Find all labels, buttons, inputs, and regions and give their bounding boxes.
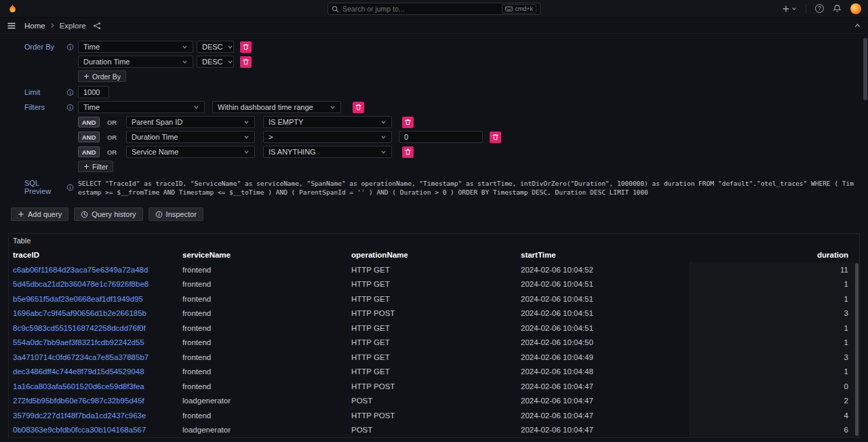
trace-id-link[interactable]: 272fd5b95bfdb60e76c987c32b95d45f <box>13 397 182 405</box>
trace-id-link[interactable]: 35799dc227d1f48f7bda1cd2437c963e <box>13 411 182 420</box>
order-by-label: Order By <box>24 43 78 51</box>
condition-field-select[interactable]: Parent Span ID <box>126 116 255 128</box>
trace-id-link[interactable]: 3a4710714c0fd67234ca7e85a37885b7 <box>13 353 182 361</box>
condition-operator-select[interactable]: IS ANYTHING <box>263 146 392 158</box>
grafana-logo-icon[interactable] <box>7 3 18 14</box>
new-menu-button[interactable] <box>782 5 797 13</box>
global-search[interactable]: cmd+k <box>328 3 540 15</box>
help-icon[interactable]: ? <box>815 4 824 13</box>
limit-input[interactable] <box>78 86 109 98</box>
start-time-cell: 2024-02-06 10:04:50 <box>521 338 690 346</box>
and-toggle-button[interactable]: AND <box>78 117 100 127</box>
and-toggle-button[interactable]: AND <box>78 146 100 157</box>
table-scrollbar[interactable] <box>855 263 859 436</box>
condition-value-input[interactable] <box>399 131 483 143</box>
filters-label-text: Filters <box>24 103 45 111</box>
info-circle-icon <box>155 211 163 218</box>
start-time-cell: 2024-02-06 10:04:47 <box>521 397 690 405</box>
filter-time-range-select[interactable]: Within dashboard time range <box>212 101 341 113</box>
order-by-row: Duration Time DESC <box>78 56 868 68</box>
share-icon[interactable] <box>93 22 101 30</box>
query-history-button[interactable]: Query history <box>74 207 142 221</box>
info-circle-icon[interactable] <box>66 184 74 191</box>
trace-id-link[interactable]: 5d45dbca21d2b360478e1c76926f8be8 <box>13 280 182 288</box>
order-by-direction-value: DESC <box>202 58 223 66</box>
hamburger-menu-icon[interactable] <box>7 21 16 31</box>
search-input[interactable] <box>342 5 502 13</box>
trace-id-link[interactable]: c6ab06f11684d23aca75e6349a72a48d <box>13 266 182 274</box>
condition-operator-select[interactable]: > <box>263 131 392 143</box>
operation-name-cell: HTTP GET <box>351 266 521 274</box>
condition-field-select[interactable]: Service Name <box>126 146 255 158</box>
info-circle-icon[interactable] <box>66 89 74 96</box>
table-row: c6ab06f11684d23aca75e6349a72a48d fronten… <box>9 262 859 277</box>
chevron-up-icon[interactable] <box>854 22 861 29</box>
or-toggle-label[interactable]: OR <box>105 148 119 156</box>
remove-order-by-button[interactable] <box>240 41 252 53</box>
info-circle-icon[interactable] <box>66 104 74 111</box>
sql-preview-row: SQL Preview SELECT "TraceId" as traceID,… <box>24 178 868 197</box>
plus-icon <box>782 5 790 13</box>
inspector-button[interactable]: Inspector <box>149 207 203 221</box>
remove-condition-button[interactable] <box>402 117 414 128</box>
table-scrollbar-thumb[interactable] <box>855 263 859 436</box>
remove-filter-button[interactable] <box>353 102 364 113</box>
page-scrollbar[interactable] <box>863 35 867 441</box>
trace-id-link[interactable]: 1a16ca803afa5601520d6ce59d8f3fea <box>13 382 182 390</box>
chevron-down-icon <box>239 134 250 140</box>
operation-name-cell: HTTP GET <box>351 295 521 303</box>
user-avatar[interactable] <box>850 3 861 14</box>
chevron-down-icon <box>376 149 387 155</box>
add-filter-button[interactable]: Filter <box>78 161 113 172</box>
top-nav: cmd+k ? <box>0 0 868 18</box>
column-header-operationname[interactable]: operationName <box>351 251 521 259</box>
order-by-direction-select[interactable]: DESC <box>197 56 234 68</box>
and-toggle-button[interactable]: AND <box>78 132 100 142</box>
condition-field-select[interactable]: Duration Time <box>126 131 255 143</box>
trace-id-link[interactable]: 1696abc7c9f45af90656d1b2e266185b <box>13 309 182 317</box>
operation-name-cell: POST <box>351 426 521 434</box>
table-row: 8c9c5983cd5515168742258dcdd76f0f fronten… <box>9 321 859 336</box>
table-body: c6ab06f11684d23aca75e6349a72a48d fronten… <box>9 262 859 437</box>
news-bell-icon[interactable] <box>833 4 842 13</box>
operation-name-cell: HTTP GET <box>351 353 521 361</box>
remove-order-by-button[interactable] <box>240 56 252 68</box>
chevron-down-icon <box>376 119 387 125</box>
column-header-servicename[interactable]: serviceName <box>182 251 351 259</box>
filter-time-field-select[interactable]: Time <box>78 101 205 113</box>
chevron-down-icon <box>239 149 250 155</box>
sql-preview-label: SQL Preview <box>24 178 78 195</box>
duration-cell: 1 <box>690 336 859 350</box>
add-query-button[interactable]: Add query <box>11 207 68 221</box>
trace-id-link[interactable]: b5e9651f5daf23e0668eaf1df1949d95 <box>13 295 182 303</box>
or-toggle-label[interactable]: OR <box>105 119 119 126</box>
remove-condition-button[interactable] <box>490 132 501 143</box>
or-toggle-label[interactable]: OR <box>105 134 119 141</box>
column-header-starttime[interactable]: startTime <box>521 251 690 259</box>
sql-preview-text[interactable]: SELECT "TraceId" as traceID, "ServiceNam… <box>78 178 857 197</box>
limit-row: Limit <box>24 86 868 98</box>
condition-operator-select[interactable]: IS EMPTY <box>263 116 392 128</box>
duration-cell: 3 <box>690 350 859 365</box>
table-row: b5e9651f5daf23e0668eaf1df1949d95 fronten… <box>9 292 859 306</box>
query-actions: Add query Query history Inspector <box>11 207 868 221</box>
info-circle-icon[interactable] <box>66 43 74 51</box>
page-scrollbar-thumb[interactable] <box>863 38 867 100</box>
breadcrumb-home[interactable]: Home <box>24 22 45 30</box>
trace-id-link[interactable]: 8c9c5983cd5515168742258dcdd76f0f <box>13 324 182 332</box>
remove-condition-button[interactable] <box>402 146 414 158</box>
trace-id-link[interactable]: 0b08363e9cbfdb0fcca30b104168a567 <box>13 426 182 434</box>
operation-name-cell: HTTP GET <box>351 338 521 346</box>
trace-id-link[interactable]: dec3486dff4c744e8f79d15d54529048 <box>13 367 182 376</box>
start-time-cell: 2024-02-06 10:04:49 <box>521 353 690 361</box>
filter-time-field-value: Time <box>83 103 100 111</box>
add-order-by-button[interactable]: Order By <box>78 71 126 82</box>
add-order-by-label: Order By <box>92 73 121 81</box>
column-header-traceid[interactable]: traceID <box>13 251 182 259</box>
order-by-field-select[interactable]: Time <box>78 41 193 53</box>
order-by-direction-select[interactable]: DESC <box>197 41 234 53</box>
table-row: 1696abc7c9f45af90656d1b2e266185b fronten… <box>9 306 859 321</box>
order-by-field-select[interactable]: Duration Time <box>78 56 193 68</box>
column-header-duration[interactable]: duration <box>690 251 859 259</box>
trace-id-link[interactable]: 554a0dc7bb9aef3f8321fcdb92242d55 <box>13 338 182 346</box>
